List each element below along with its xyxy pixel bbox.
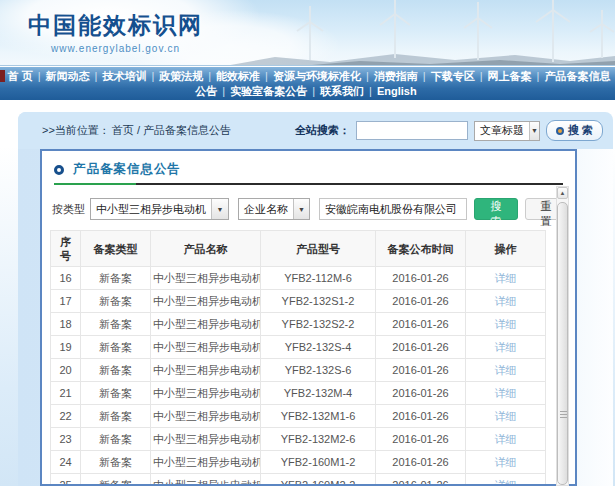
nav-item[interactable]: English — [374, 85, 420, 97]
table-row: 22新备案中小型三相异步电动机YFB2-132M1-62016-01-26详细 — [51, 405, 546, 428]
nav-item[interactable]: 联系我们 — [317, 85, 367, 97]
table-row: 25新备案中小型三相异步电动机YFB2-160M2-22016-01-26详细 — [51, 474, 546, 486]
chevron-down-icon: ▼ — [529, 122, 539, 140]
records-table: 序号 备案类型 产品名称 产品型号 备案公布时间 操作 16新备案中小型三相异步… — [50, 230, 546, 486]
row-product-model: YFB2-132S1-2 — [261, 290, 376, 313]
site-search-button-label: 搜 索 — [568, 123, 593, 138]
detail-link[interactable]: 详细 — [495, 341, 517, 353]
nav-separator: | — [421, 70, 428, 82]
nav-separator: | — [367, 85, 374, 97]
search-category-select[interactable]: 文章标题 ▼ — [474, 121, 540, 141]
row-product-model: YFB2-132S-6 — [261, 359, 376, 382]
row-product-name: 中小型三相异步电动机 — [151, 428, 261, 451]
row-type: 新备案 — [81, 382, 151, 405]
col-header-product-name: 产品名称 — [151, 231, 261, 267]
scrollbar-grip-icon — [560, 411, 567, 420]
col-header-publish-date: 备案公布时间 — [376, 231, 466, 267]
row-no: 21 — [51, 382, 81, 405]
row-type: 新备案 — [81, 336, 151, 359]
vertical-scrollbar[interactable]: ▲ — [556, 186, 569, 486]
table-row: 21新备案中小型三相异步电动机YFB2-132M-42016-01-26详细 — [51, 382, 546, 405]
detail-link[interactable]: 详细 — [495, 387, 517, 399]
row-no: 22 — [51, 405, 81, 428]
row-product-model: YFB2-160M2-2 — [261, 474, 376, 486]
row-publish-date: 2016-01-26 — [376, 313, 466, 336]
nav-item[interactable]: 能效标准 — [213, 70, 263, 82]
site-search: 全站搜索： 文章标题 ▼ 搜 索 — [295, 120, 603, 141]
detail-link[interactable]: 详细 — [495, 410, 517, 422]
nav-separator: | — [263, 70, 270, 82]
row-no: 24 — [51, 451, 81, 474]
detail-link[interactable]: 详细 — [495, 456, 517, 468]
search-button[interactable]: 搜索 — [474, 198, 518, 220]
breadcrumb-path[interactable]: 首页 / 产品备案信息公告 — [112, 123, 231, 138]
row-action: 详细 — [466, 290, 546, 313]
nav-separator: | — [36, 70, 43, 82]
scrollbar-thumb[interactable] — [557, 202, 568, 485]
row-product-name: 中小型三相异步电动机 — [151, 313, 261, 336]
nav-item[interactable]: 网上备案 — [485, 70, 535, 82]
search-field-select[interactable]: 企业名称 ▼ — [238, 198, 310, 220]
table-row: 17新备案中小型三相异步电动机YFB2-132S1-22016-01-26详细 — [51, 290, 546, 313]
announcement-box: 产品备案信息公告 按类型 中小型三相异步电动机 ▼ 企业名称 ▼ 搜索 重置 序… — [40, 149, 577, 486]
page-title: 产品备案信息公告 — [73, 161, 181, 178]
nav-item[interactable]: 资源与环境标准化 — [270, 70, 364, 82]
detail-link[interactable]: 详细 — [495, 295, 517, 307]
site-search-input[interactable] — [356, 121, 468, 140]
filter-bar: 按类型 中小型三相异步电动机 ▼ 企业名称 ▼ 搜索 重置 — [50, 198, 567, 220]
company-keyword-input[interactable] — [319, 198, 467, 220]
row-product-model: YFB2-160M1-2 — [261, 451, 376, 474]
row-publish-date: 2016-01-26 — [376, 359, 466, 382]
row-publish-date: 2016-01-26 — [376, 290, 466, 313]
product-type-select[interactable]: 中小型三相异步电动机 ▼ — [90, 198, 229, 220]
nav-item[interactable]: 首 页 — [5, 70, 36, 82]
breadcrumb-bar: >>当前位置： 首页 / 产品备案信息公告 全站搜索： 文章标题 ▼ 搜 索 — [18, 112, 613, 149]
nav-item[interactable]: 实验室备案公告 — [227, 85, 310, 97]
nav-item[interactable]: 消费指南 — [371, 70, 421, 82]
nav-separator: | — [364, 70, 371, 82]
nav-item[interactable]: 新闻动态 — [43, 70, 93, 82]
site-search-button[interactable]: 搜 索 — [546, 120, 603, 141]
detail-link[interactable]: 详细 — [495, 364, 517, 376]
search-icon — [556, 127, 564, 135]
row-no: 19 — [51, 336, 81, 359]
detail-link[interactable]: 详细 — [495, 318, 517, 330]
detail-link[interactable]: 详细 — [495, 433, 517, 445]
row-product-model: YFB2-132M-4 — [261, 382, 376, 405]
site-search-label: 全站搜索： — [295, 123, 350, 138]
row-action: 详细 — [466, 405, 546, 428]
row-product-model: YFB2-132M1-6 — [261, 405, 376, 428]
table-row: 18新备案中小型三相异步电动机YFB2-132S2-22016-01-26详细 — [51, 313, 546, 336]
detail-link[interactable]: 详细 — [495, 479, 517, 486]
col-header-no: 序号 — [51, 231, 81, 267]
product-type-value: 中小型三相异步电动机 — [91, 202, 211, 217]
table-row: 23新备案中小型三相异步电动机YFB2-132M2-62016-01-26详细 — [51, 428, 546, 451]
nav-item[interactable]: 政策法规 — [156, 70, 206, 82]
row-product-name: 中小型三相异步电动机 — [151, 359, 261, 382]
row-no: 17 — [51, 290, 81, 313]
row-product-name: 中小型三相异步电动机 — [151, 405, 261, 428]
breadcrumb-prefix: >>当前位置： — [42, 123, 110, 138]
row-product-model: YFB2-132M2-6 — [261, 428, 376, 451]
table-body: 16新备案中小型三相异步电动机YFB2-112M-62016-01-26详细17… — [51, 267, 546, 486]
row-product-name: 中小型三相异步电动机 — [151, 451, 261, 474]
row-type: 新备案 — [81, 428, 151, 451]
row-action: 详细 — [466, 313, 546, 336]
chevron-down-icon: ▼ — [293, 199, 309, 219]
type-filter-label: 按类型 — [52, 202, 85, 217]
nav-item[interactable]: 技术培训 — [99, 70, 149, 82]
scroll-up-arrow-icon[interactable]: ▲ — [557, 187, 568, 199]
nav-item[interactable]: 下载专区 — [428, 70, 478, 82]
nav-separator: | — [478, 70, 485, 82]
row-product-model: YFB2-132S2-2 — [261, 313, 376, 336]
row-type: 新备案 — [81, 451, 151, 474]
row-no: 20 — [51, 359, 81, 382]
row-type: 新备案 — [81, 474, 151, 486]
detail-link[interactable]: 详细 — [495, 272, 517, 284]
row-no: 23 — [51, 428, 81, 451]
row-action: 详细 — [466, 474, 546, 486]
row-publish-date: 2016-01-26 — [376, 267, 466, 290]
site-header: 中国能效标识网 www.energylabel.gov.cn — [0, 0, 615, 66]
row-publish-date: 2016-01-26 — [376, 336, 466, 359]
row-action: 详细 — [466, 382, 546, 405]
